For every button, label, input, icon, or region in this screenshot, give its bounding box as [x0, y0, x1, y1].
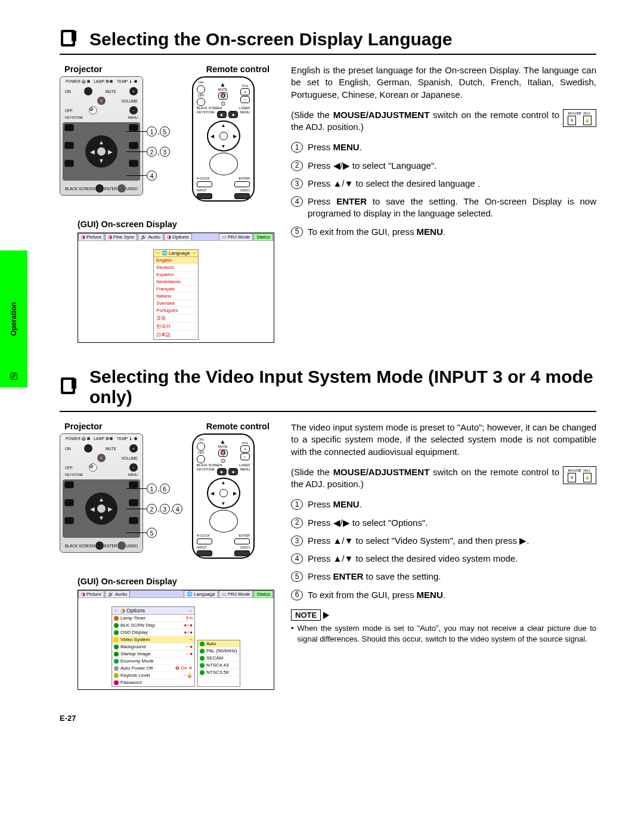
- projector-diagram: POWER ⏻ LAMP ❂ TEMP 🌡 ONMUTE+ 🔇VOLUME OF…: [60, 76, 143, 196]
- video-system-submenu: AutoPAL (50/60Hz)SECAMNTSC4.43NTSC3.58: [197, 640, 240, 687]
- side-tab-label: Operation: [10, 302, 18, 336]
- options-menu: ←◑Options→ Lamp Timer5 hBLK SCRN Disp●○●…: [112, 606, 195, 687]
- steps-list-2: 1Press MENU.2Press ◀/▶ to select "Option…: [291, 498, 596, 601]
- svg-rect-1: [63, 32, 73, 44]
- side-tab-icon: ⎚: [10, 369, 17, 383]
- note-arrow-icon: [323, 612, 329, 619]
- remote-diagram-2: ONOFF ▲MUTE🔇⊙ VOL+− BLACK SCREENLASER KE…: [192, 433, 255, 559]
- remote-label: Remote control: [206, 422, 270, 431]
- section2-title-text: Selecting the Video Input System Mode (I…: [89, 367, 596, 407]
- gui-screenshot-2: ◑Picture 🔊Audio 🌐Language ▭PRJ Mode Stat…: [78, 590, 274, 690]
- mouse-adj-switch-icon: MOUSE🖱 ADJ.🔒: [563, 109, 596, 127]
- section2-intro: The video input system mode is preset to…: [291, 422, 596, 458]
- bookmark-icon: [60, 376, 81, 398]
- switch-instruction-2: (Slide the MOUSE/ADJUSTMENT switch on th…: [291, 466, 596, 491]
- page-number: E-27: [60, 714, 596, 723]
- remote-diagram: ONOFF ▲MUTE🔇⊙ VOL+− BLACK SCREENLASER KE…: [192, 76, 255, 202]
- section2-title: Selecting the Video Input System Mode (I…: [60, 367, 596, 412]
- language-menu: ←🌐Language→ EnglishDeutschEspañolNederla…: [153, 249, 199, 340]
- projector-diagram-2: POWER ⏻ LAMP ❂ TEMP 🌡 ONMUTE+ 🔇VOLUME OF…: [60, 433, 143, 553]
- gui-label-1: (GUI) On-screen Display: [78, 219, 274, 229]
- mouse-adj-switch-icon: MOUSE🖱 ADJ.🔒: [563, 466, 596, 484]
- section1-title-text: Selecting the On-screen Display Language: [89, 29, 453, 49]
- remote-label: Remote control: [206, 64, 270, 74]
- note-bullet: •When the system mode is set to "Auto", …: [291, 623, 596, 644]
- gui-label-2: (GUI) On-screen Display: [78, 577, 274, 586]
- steps-list-1: 1Press MENU.2Press ◀/▶ to select "Langua…: [291, 141, 596, 238]
- note-heading: NOTE: [291, 609, 596, 621]
- projector-label: Projector: [64, 64, 103, 74]
- svg-rect-3: [63, 380, 73, 392]
- side-tab-operation: Operation ⎚: [0, 250, 27, 388]
- switch-instruction-1: (Slide the MOUSE/ADJUSTMENT switch on th…: [291, 109, 596, 134]
- section1-title: Selecting the On-screen Display Language: [60, 29, 596, 55]
- bookmark-icon: [60, 29, 81, 50]
- projector-label: Projector: [64, 422, 103, 431]
- section1-intro: English is the preset language for the O…: [291, 64, 596, 101]
- gui-screenshot-1: ◑Picture ◑Fine Sync 🔊Audio ◑Options ▭PRJ…: [78, 233, 274, 343]
